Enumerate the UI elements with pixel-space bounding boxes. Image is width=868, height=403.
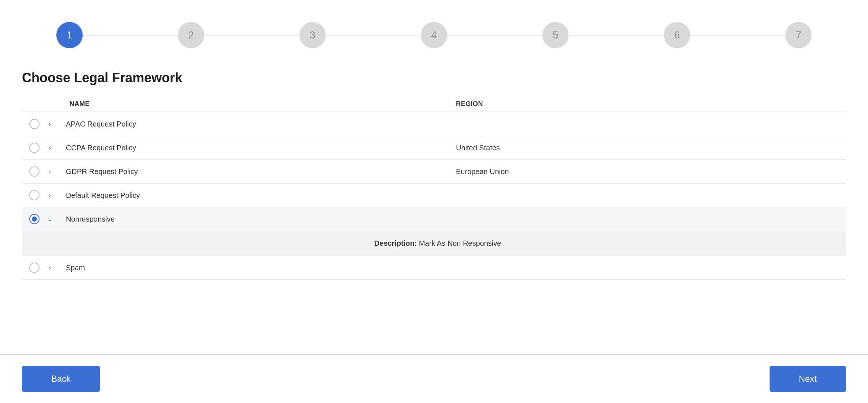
row-region-ccpa: United States: [456, 144, 846, 152]
chevron-down-icon: ⌄: [45, 215, 54, 223]
page-title: Choose Legal Framework: [22, 70, 846, 86]
back-button[interactable]: Back: [22, 366, 100, 392]
chevron-right-icon: ›: [45, 264, 54, 272]
row-name-default: Default Request Policy: [66, 191, 456, 200]
step-1[interactable]: 1: [56, 22, 83, 48]
footer: Back Next: [0, 354, 868, 403]
row-name-gdpr: GDPR Request Policy: [66, 167, 456, 176]
table-row[interactable]: › CCPA Request Policy United States: [22, 136, 846, 160]
row-region-gdpr: European Union: [456, 167, 846, 176]
step-circle-6: 6: [664, 22, 690, 48]
chevron-right-icon: ›: [45, 120, 54, 128]
step-circle-7: 7: [785, 22, 812, 48]
stepper: 1 2 3 4 5 6 7: [22, 15, 846, 48]
row-name-spam: Spam: [66, 264, 456, 272]
row-name-nonresponsive: Nonresponsive: [66, 215, 456, 223]
table-header: NAME REGION: [22, 97, 846, 112]
table-row[interactable]: › GDPR Request Policy European Union: [22, 160, 846, 184]
description-row: Description: Mark As Non Responsive: [22, 231, 846, 256]
table-row[interactable]: ⌄ Nonresponsive: [22, 207, 846, 231]
step-line-4-5: [447, 35, 542, 35]
description-content: Description: Mark As Non Responsive: [22, 239, 846, 248]
step-circle-4: 4: [421, 22, 447, 48]
table-row[interactable]: › APAC Request Policy: [22, 112, 846, 136]
radio-apac[interactable]: [29, 119, 40, 129]
step-circle-3: 3: [299, 22, 326, 48]
radio-nonresponsive[interactable]: [29, 214, 40, 224]
step-line-1-2: [83, 35, 178, 35]
step-circle-5: 5: [542, 22, 569, 48]
column-header-name: NAME: [66, 100, 456, 108]
row-name-apac: APAC Request Policy: [66, 120, 456, 128]
step-3[interactable]: 3: [299, 22, 326, 48]
chevron-right-icon: ›: [45, 144, 54, 152]
step-5[interactable]: 5: [542, 22, 569, 48]
step-4[interactable]: 4: [421, 22, 447, 48]
step-7[interactable]: 7: [785, 22, 812, 48]
radio-cell-apac[interactable]: ›: [22, 119, 66, 129]
radio-ccpa[interactable]: [29, 143, 40, 153]
description-label: Description:: [374, 239, 417, 247]
radio-cell-ccpa[interactable]: ›: [22, 143, 66, 153]
step-circle-2: 2: [178, 22, 204, 48]
radio-default[interactable]: [29, 190, 40, 200]
step-line-6-7: [690, 35, 785, 35]
radio-cell-spam[interactable]: ›: [22, 263, 66, 273]
step-2[interactable]: 2: [178, 22, 204, 48]
step-line-5-6: [569, 35, 664, 35]
column-header-region: REGION: [456, 100, 846, 108]
table-row[interactable]: › Default Request Policy: [22, 184, 846, 207]
step-line-2-3: [204, 35, 299, 35]
next-button[interactable]: Next: [770, 366, 846, 392]
radio-cell-gdpr[interactable]: ›: [22, 166, 66, 177]
chevron-right-icon: ›: [45, 168, 54, 176]
step-line-3-4: [326, 35, 421, 35]
radio-gdpr[interactable]: [29, 166, 40, 177]
step-circle-1: 1: [56, 22, 83, 48]
table-row[interactable]: › Spam: [22, 256, 846, 280]
description-text: Mark As Non Responsive: [419, 239, 501, 247]
row-name-ccpa: CCPA Request Policy: [66, 144, 456, 152]
step-6[interactable]: 6: [664, 22, 690, 48]
radio-cell-default[interactable]: ›: [22, 190, 66, 200]
radio-spam[interactable]: [29, 263, 40, 273]
chevron-right-icon: ›: [45, 192, 54, 199]
radio-cell-nonresponsive[interactable]: ⌄: [22, 214, 66, 224]
